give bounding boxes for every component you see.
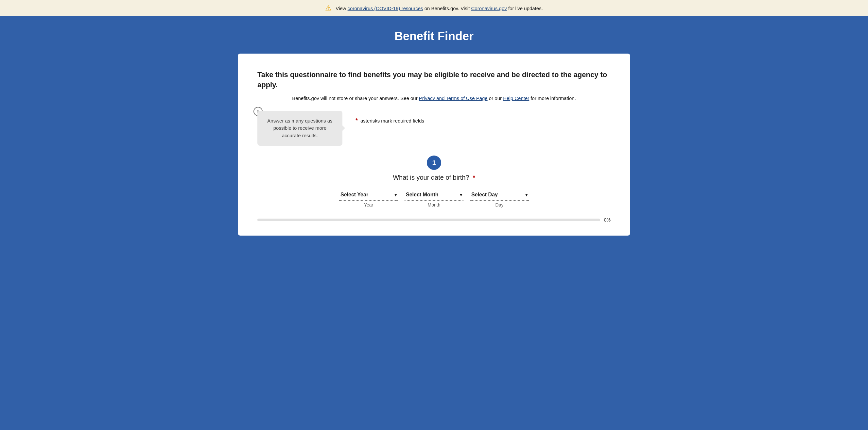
required-fields-text: asterisks mark required fields [361,118,424,124]
step-question-text: What is your date of birth? [393,174,469,181]
tooltip-bubble: Answer as many questions as possible to … [257,111,342,146]
day-select-group: Select Day ▾ Day [470,189,529,207]
day-select[interactable]: Select Day ▾ [470,189,529,201]
progress-bar-container [257,219,600,221]
progress-section: 0% [257,217,611,223]
tooltip-wrapper: × Answer as many questions as possible t… [257,111,342,146]
alert-banner: ⚠ View coronavirus (COVID-19) resources … [0,0,868,16]
month-select[interactable]: Select Month ▾ [405,189,463,201]
subtext-before: Benefits.gov will not store or share you… [292,95,419,101]
year-chevron-icon: ▾ [395,192,397,197]
subtext-middle: or our [488,95,503,101]
covid-resources-link[interactable]: coronavirus (COVID-19) resources [348,5,423,11]
subtext-after: for more information. [529,95,576,101]
month-select-group: Select Month ▾ Month [405,189,463,207]
step-circle: 1 [427,156,441,170]
coronavirus-gov-link[interactable]: Coronavirus.gov [471,5,507,11]
year-select[interactable]: Select Year ▾ [339,189,398,201]
step-question: What is your date of birth? * [393,174,475,181]
warning-icon: ⚠ [325,4,332,12]
required-fields-note: * asterisks mark required fields [355,111,424,124]
day-label: Day [495,202,504,207]
tooltip-text: Answer as many questions as possible to … [267,118,332,138]
help-center-link[interactable]: Help Center [503,95,529,101]
progress-percent: 0% [604,217,611,223]
year-select-group: Select Year ▾ Year [339,189,398,207]
questionnaire-headline: Take this questionnaire to find benefits… [257,70,611,90]
tooltip-row: × Answer as many questions as possible t… [257,111,611,146]
page-title: Benefit Finder [395,29,473,43]
date-selectors: Select Year ▾ Year Select Month ▾ Month … [257,189,611,207]
day-chevron-icon: ▾ [525,192,528,197]
alert-text: View coronavirus (COVID-19) resources on… [336,5,543,11]
step-number: 1 [432,159,436,167]
step-section: 1 What is your date of birth? * [257,156,611,181]
required-asterisk: * [355,117,358,124]
questionnaire-subtext: Benefits.gov will not store or share you… [257,95,611,101]
month-select-placeholder: Select Month [406,192,439,198]
page-background: Benefit Finder Take this questionnaire t… [0,16,868,430]
privacy-link[interactable]: Privacy and Terms of Use Page [419,95,488,101]
month-chevron-icon: ▾ [460,192,462,197]
step-required-asterisk: * [473,174,475,181]
main-card: Take this questionnaire to find benefits… [238,54,630,236]
year-select-placeholder: Select Year [340,192,368,198]
day-select-placeholder: Select Day [471,192,498,198]
year-label: Year [364,202,373,207]
month-label: Month [428,202,440,207]
